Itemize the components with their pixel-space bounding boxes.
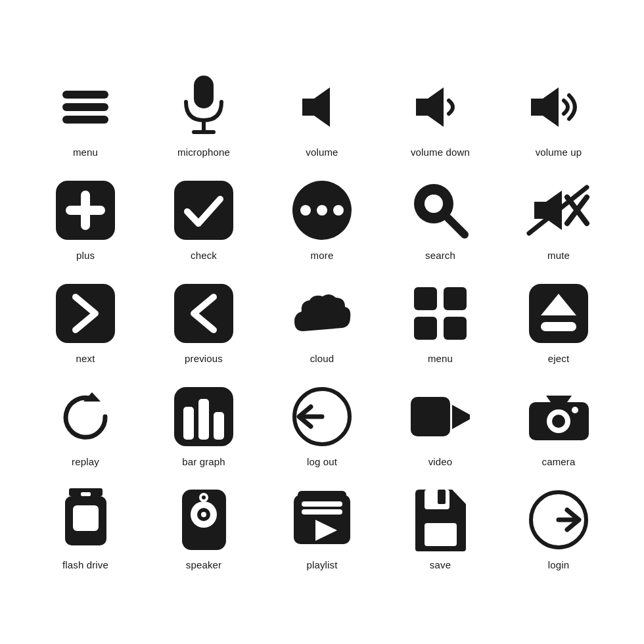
replay-label: replay [72, 456, 99, 467]
svg-rect-1 [62, 103, 108, 111]
next-icon [53, 281, 118, 346]
volume-up-icon [526, 74, 591, 140]
volume-cell: volume [263, 68, 381, 164]
volume-down-icon [407, 74, 473, 140]
volume-icon [289, 74, 355, 140]
plus-icon [53, 177, 118, 243]
cloud-label: cloud [310, 353, 334, 364]
check-label: check [191, 250, 217, 261]
svg-marker-7 [416, 87, 444, 127]
menu2-label: menu [428, 353, 453, 364]
search-icon [407, 177, 473, 243]
svg-rect-27 [444, 287, 467, 310]
icon-grid: menu microphone volume [0, 48, 644, 597]
log-out-cell: log out [263, 377, 381, 474]
svg-rect-24 [56, 284, 115, 343]
video-label: video [428, 456, 453, 467]
svg-rect-36 [198, 399, 209, 440]
svg-point-56 [202, 495, 206, 499]
search-label: search [425, 250, 455, 261]
svg-rect-28 [414, 317, 437, 340]
video-cell: video [381, 377, 499, 474]
video-icon [407, 384, 473, 449]
svg-rect-32 [541, 322, 576, 331]
flash-drive-cell: flash drive [26, 480, 145, 577]
plus-cell: plus [26, 171, 145, 267]
flash-drive-icon [53, 487, 118, 553]
svg-rect-35 [183, 407, 194, 440]
camera-icon [526, 384, 591, 449]
svg-rect-60 [302, 509, 342, 515]
login-label: login [548, 559, 569, 570]
flash-drive-label: flash drive [62, 559, 108, 570]
speaker-cell: speaker [145, 480, 263, 577]
volume-label: volume [306, 147, 338, 158]
microphone-icon [171, 74, 237, 140]
speaker-label: speaker [186, 559, 221, 570]
replay-icon [53, 384, 118, 449]
svg-point-15 [317, 205, 327, 216]
svg-rect-25 [174, 284, 233, 343]
menu-label: menu [73, 147, 98, 158]
next-label: next [76, 353, 95, 364]
save-cell: save [381, 480, 499, 577]
svg-point-45 [552, 415, 565, 428]
microphone-label: microphone [177, 147, 230, 158]
log-out-label: log out [307, 456, 337, 467]
cloud-icon [289, 281, 355, 346]
camera-label: camera [542, 456, 576, 467]
more-label: more [311, 250, 334, 261]
svg-marker-43 [546, 396, 572, 402]
menu-cell: menu [26, 68, 145, 164]
svg-rect-59 [302, 501, 342, 507]
mute-cell: mute [499, 171, 618, 267]
playlist-cell: playlist [263, 480, 381, 577]
svg-rect-50 [81, 492, 91, 496]
svg-rect-40 [411, 397, 450, 436]
mute-icon [526, 177, 591, 243]
svg-rect-63 [425, 490, 449, 509]
save-label: save [430, 559, 451, 570]
menu-icon [53, 74, 118, 140]
svg-marker-41 [452, 405, 470, 429]
svg-rect-29 [444, 317, 467, 340]
svg-marker-8 [531, 87, 559, 127]
volume-down-cell: volume down [381, 68, 499, 164]
menu2-icon [407, 281, 473, 346]
speaker-icon [171, 487, 237, 553]
more-cell: more [263, 171, 381, 267]
playlist-label: playlist [306, 559, 337, 570]
camera-cell: camera [499, 377, 618, 474]
plus-label: plus [76, 250, 95, 261]
svg-point-14 [300, 205, 311, 216]
microphone-cell: microphone [145, 68, 263, 164]
volume-up-cell: volume up [499, 68, 618, 164]
bar-graph-label: bar graph [182, 456, 225, 467]
bar-graph-cell: bar graph [145, 377, 263, 474]
svg-rect-49 [73, 505, 99, 531]
svg-rect-2 [62, 116, 108, 124]
eject-label: eject [548, 353, 569, 364]
svg-point-46 [572, 407, 578, 413]
more-icon [289, 177, 355, 243]
svg-rect-12 [174, 181, 233, 240]
replay-cell: replay [26, 377, 145, 474]
svg-point-54 [201, 512, 206, 517]
svg-rect-62 [425, 523, 457, 546]
check-cell: check [145, 171, 263, 267]
eject-cell: eject [499, 274, 618, 371]
log-out-icon [289, 384, 355, 449]
eject-icon [526, 281, 591, 346]
svg-point-18 [425, 195, 443, 213]
save-icon [407, 487, 473, 553]
svg-rect-37 [214, 412, 224, 440]
svg-rect-0 [62, 91, 108, 99]
previous-icon [171, 281, 237, 346]
svg-marker-6 [302, 87, 330, 127]
previous-cell: previous [145, 274, 263, 371]
svg-line-19 [448, 218, 465, 235]
bar-graph-icon [171, 384, 237, 449]
menu2-cell: menu [381, 274, 499, 371]
next-cell: next [26, 274, 145, 371]
volume-up-label: volume up [536, 147, 582, 158]
